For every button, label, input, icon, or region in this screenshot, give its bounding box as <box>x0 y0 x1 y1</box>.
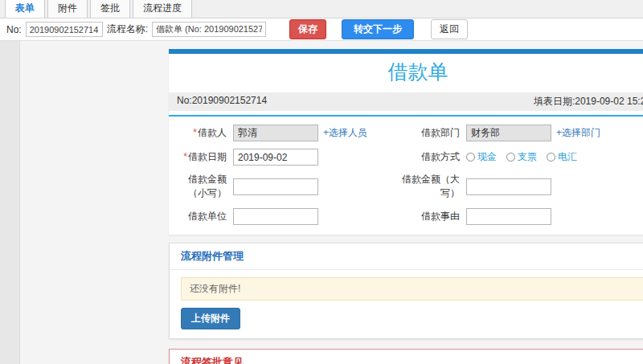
loan-date-label: *借款日期 <box>170 150 233 164</box>
required-mark: * <box>183 151 187 162</box>
loan-reason-input[interactable] <box>466 208 551 225</box>
loan-form-grid: *借款人 +选择人员 借款部门 +选择部门 *借款日期 借款 <box>169 117 643 235</box>
workspace: 借款单 No:20190902152714 填表日期:2019-09-02 15… <box>0 41 643 364</box>
radio-circle-icon <box>506 153 515 162</box>
form-title: 借款单 <box>169 54 643 92</box>
left-rail <box>0 41 20 364</box>
radio-cheque[interactable]: 支票 <box>506 150 537 164</box>
department-label: 借款部门 <box>394 126 466 140</box>
borrower-input[interactable] <box>233 125 318 141</box>
amount-small-input[interactable] <box>233 178 318 195</box>
content-area: 借款单 No:20190902152714 填表日期:2019-09-02 15… <box>169 49 643 364</box>
back-button[interactable]: 返回 <box>431 19 468 39</box>
department-input[interactable] <box>466 125 551 141</box>
attachments-title: 流程附件管理 <box>170 243 643 270</box>
form-no-text: No:20190902152714 <box>177 95 267 108</box>
select-department-link[interactable]: +选择部门 <box>556 126 600 140</box>
tab-attachments[interactable]: 附件 <box>47 0 88 18</box>
required-mark: * <box>193 127 197 138</box>
loan-method-label: 借款方式 <box>394 150 466 164</box>
loan-form-panel: 借款单 No:20190902152714 填表日期:2019-09-02 15… <box>169 49 643 235</box>
toolbar: No: 流程名称: 保存 转交下一步 返回 <box>0 18 643 41</box>
radio-circle-icon <box>547 153 555 162</box>
loan-date-input[interactable] <box>233 149 318 166</box>
form-meta-bar: No:20190902152714 填表日期:2019-09-02 15:27:… <box>169 92 643 111</box>
attachments-panel: 流程附件管理 还没有附件! 上传附件 <box>169 243 643 339</box>
amount-big-label: 借款金额（大写） <box>394 173 466 201</box>
approval-panel: 流程签批意见 B I abc ⚓ ▣ ⚑ ≣ ≡ ⇤ <box>169 349 643 364</box>
approval-title: 流程签批意见 <box>170 350 643 364</box>
radio-cash[interactable]: 现金 <box>466 150 497 164</box>
select-person-link[interactable]: +选择人员 <box>323 126 367 140</box>
loan-unit-label: 借款单位 <box>170 210 233 223</box>
amount-big-input[interactable] <box>466 178 551 195</box>
tab-form[interactable]: 表单 <box>5 0 45 18</box>
radio-wire[interactable]: 电汇 <box>547 150 577 164</box>
process-name-label: 流程名称: <box>107 22 148 36</box>
borrower-label: *借款人 <box>170 126 233 140</box>
loan-reason-label: 借款事由 <box>394 210 466 223</box>
tab-progress[interactable]: 流程进度 <box>133 0 192 18</box>
tab-approval[interactable]: 签批 <box>90 0 130 18</box>
radio-circle-icon <box>466 153 475 162</box>
next-step-button[interactable]: 转交下一步 <box>342 19 414 39</box>
form-date-text: 填表日期:2019-09-02 15:27:1 <box>534 95 643 108</box>
no-attachments-note: 还没有附件! <box>181 277 643 301</box>
upload-attachment-button[interactable]: 上传附件 <box>181 308 240 329</box>
process-name-input[interactable] <box>152 22 266 37</box>
no-input[interactable] <box>26 22 103 37</box>
loan-unit-input[interactable] <box>233 208 318 225</box>
amount-small-label: 借款金额（小写） <box>170 173 233 201</box>
save-button[interactable]: 保存 <box>289 19 326 39</box>
tabs-bar: 表单 附件 签批 流程进度 <box>0 0 643 18</box>
no-label: No: <box>6 24 22 35</box>
